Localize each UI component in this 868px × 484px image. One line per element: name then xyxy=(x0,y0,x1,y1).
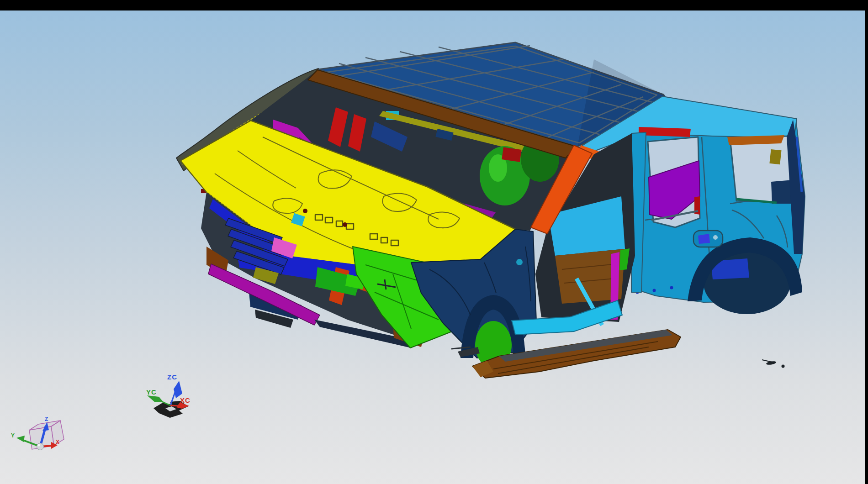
hood-dot xyxy=(343,222,347,227)
wcs-y-arrow[interactable] xyxy=(147,395,164,402)
datum-y-arrow[interactable] xyxy=(16,436,25,442)
rear-olive-plate[interactable] xyxy=(769,149,781,164)
sphere-highlight xyxy=(38,444,40,447)
datum-x-label: X xyxy=(56,439,59,445)
debris-line xyxy=(762,360,772,362)
stud-dot xyxy=(670,286,673,289)
right-black-bar xyxy=(865,0,868,484)
fender-teal-hole xyxy=(516,259,523,265)
top-black-bar xyxy=(0,0,868,11)
rear-door-window[interactable] xyxy=(648,137,700,227)
stud-dot xyxy=(653,289,656,292)
car-model[interactable] xyxy=(176,42,805,378)
datum-y-label: Y xyxy=(11,432,15,439)
3d-viewport[interactable]: ZC YC XC Z Y X xyxy=(0,11,865,484)
quarter-window[interactable] xyxy=(730,136,793,204)
datum-z-label: Z xyxy=(45,416,48,422)
wcs-z-arrow[interactable] xyxy=(174,381,182,398)
hood-dot xyxy=(303,209,307,213)
handle-hole xyxy=(713,235,718,240)
wcs-x-label: XC xyxy=(180,396,191,404)
datum-origin-sphere[interactable] xyxy=(37,443,44,450)
wcs-y-label: YC xyxy=(146,388,157,396)
wcs-z-label: ZC xyxy=(167,373,177,381)
wcs-triad[interactable]: ZC YC XC xyxy=(146,373,191,418)
datum-csys-triad[interactable]: Z Y X xyxy=(11,416,64,450)
debris-part[interactable] xyxy=(782,365,785,368)
viewport-canvas[interactable]: ZC YC XC Z Y X xyxy=(0,11,865,484)
door-handle[interactable] xyxy=(693,231,723,247)
interior-red-box xyxy=(502,147,521,162)
